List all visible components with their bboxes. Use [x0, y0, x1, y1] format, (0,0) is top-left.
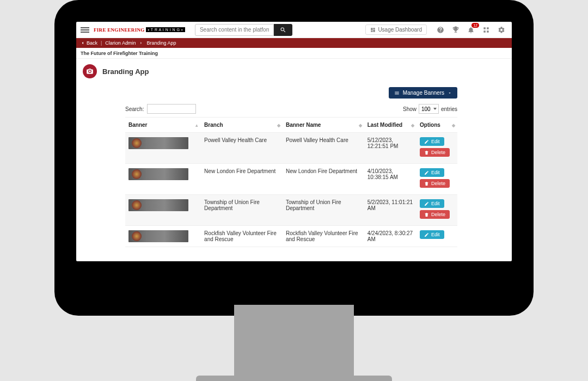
help-icon[interactable]	[437, 26, 444, 34]
page-title-row: Branding App	[76, 59, 512, 84]
cell-last-modified: 4/10/2023, 10:38:15 AM	[364, 164, 416, 195]
banner-thumbnail[interactable]	[128, 137, 188, 149]
notification-badge: 12	[471, 23, 479, 28]
edit-icon	[424, 139, 429, 144]
edit-icon	[424, 170, 429, 175]
edit-button[interactable]: Edit	[420, 199, 444, 208]
monitor-stand-neck	[234, 305, 354, 381]
edit-button[interactable]: Edit	[420, 168, 444, 177]
dashboard-icon	[370, 27, 376, 33]
app-screen: FIRE ENGINEERING • T R A I N I N G • Usa…	[76, 22, 512, 261]
global-search	[195, 24, 292, 36]
list-icon	[394, 90, 400, 96]
trash-icon	[424, 181, 429, 186]
col-header-options: Options◆	[416, 118, 457, 133]
chevron-down-icon	[448, 91, 452, 95]
search-icon	[280, 27, 286, 33]
search-button[interactable]	[274, 24, 292, 36]
entries-select[interactable]: 100	[419, 104, 439, 114]
usage-dashboard-button[interactable]: Usage Dashboard	[365, 24, 427, 35]
filters-row: Search: Show 100 entries	[125, 104, 457, 114]
breadcrumb-back[interactable]: Back	[81, 40, 97, 46]
col-header-last-modified[interactable]: Last Modified◆	[364, 118, 416, 133]
cell-last-modified: 5/12/2023, 12:21:51 PM	[364, 133, 416, 164]
brand-logo[interactable]: FIRE ENGINEERING • T R A I N I N G •	[94, 27, 185, 33]
delete-button[interactable]: Delete	[420, 179, 450, 188]
cell-branch: Rockfish Valley Volunteer Fire and Rescu…	[201, 226, 283, 247]
cell-options: EditDelete	[416, 133, 457, 164]
cell-branch: Powell Valley Health Care	[201, 133, 283, 164]
cell-banner-name: Rockfish Valley Volunteer Fire and Rescu…	[283, 226, 364, 247]
edit-button[interactable]: Edit	[420, 137, 444, 146]
apps-icon[interactable]	[482, 26, 490, 34]
table-row: Township of Union Fire DepartmentTownshi…	[125, 195, 457, 226]
subheader-text: The Future of Firefighter Training	[81, 51, 158, 56]
col-header-branch[interactable]: Branch◆	[201, 118, 283, 133]
trash-icon	[424, 150, 429, 155]
delete-button[interactable]: Delete	[420, 148, 450, 157]
content-area: Manage Banners Search: Show 100 ent	[76, 84, 512, 247]
edit-button[interactable]: Edit	[420, 230, 444, 239]
cell-banner-name: Powell Valley Health Care	[283, 133, 364, 164]
edit-icon	[424, 201, 429, 206]
trash-icon	[424, 212, 429, 217]
cell-branch: New London Fire Department	[201, 164, 283, 195]
table-search-label: Search:	[125, 106, 144, 112]
cell-last-modified: 5/2/2023, 11:01:21 AM	[364, 195, 416, 226]
topbar: FIRE ENGINEERING • T R A I N I N G • Usa…	[76, 22, 512, 38]
subheader: The Future of Firefighter Training	[76, 48, 512, 59]
cell-last-modified: 4/24/2023, 8:30:27 AM	[364, 226, 416, 247]
brand-logo-tag: • T R A I N I N G •	[146, 27, 185, 32]
cell-banner-name: New London Fire Department	[283, 164, 364, 195]
table-row: Rockfish Valley Volunteer Fire and Rescu…	[125, 226, 457, 247]
col-header-banner[interactable]: Banner▲	[125, 118, 201, 133]
banner-thumbnail[interactable]	[128, 168, 188, 180]
delete-button[interactable]: Delete	[420, 210, 450, 219]
table-row: New London Fire DepartmentNew London Fir…	[125, 164, 457, 195]
breadcrumb-item[interactable]: Clarion Admin	[105, 40, 136, 46]
cell-options: EditDelete	[416, 195, 457, 226]
gear-icon[interactable]	[498, 26, 505, 34]
page-title: Branding App	[102, 67, 149, 76]
entries-label: entries	[441, 106, 457, 112]
search-input[interactable]	[195, 24, 274, 36]
banner-thumbnail[interactable]	[128, 199, 188, 211]
trophy-icon[interactable]	[452, 26, 460, 34]
brand-logo-main: FIRE ENGINEERING	[94, 27, 145, 33]
manage-banners-button[interactable]: Manage Banners	[389, 87, 457, 99]
cell-branch: Township of Union Fire Department	[201, 195, 283, 226]
topbar-icons: 12	[437, 26, 505, 34]
bell-icon[interactable]: 12	[467, 26, 475, 34]
banners-table: Banner▲ Branch◆ Banner Name◆ Last Modifi…	[125, 117, 457, 247]
breadcrumb-item[interactable]: Branding App	[146, 40, 176, 46]
cell-options: Edit	[416, 226, 457, 247]
toolbar-row: Manage Banners	[125, 87, 457, 99]
edit-icon	[424, 232, 429, 237]
show-label: Show	[403, 106, 416, 112]
table-row: Powell Valley Health CarePowell Valley H…	[125, 133, 457, 164]
monitor-frame: FIRE ENGINEERING • T R A I N I N G • Usa…	[54, 0, 534, 316]
breadcrumb-back-label: Back	[87, 40, 97, 46]
col-header-banner-name[interactable]: Banner Name◆	[283, 118, 364, 133]
chevron-left-icon	[81, 41, 85, 45]
cell-options: EditDelete	[416, 164, 457, 195]
manage-banners-label: Manage Banners	[403, 90, 444, 96]
cell-banner-name: Township of Union Fire Department	[283, 195, 364, 226]
table-search-input[interactable]	[147, 104, 196, 114]
usage-dashboard-label: Usage Dashboard	[378, 27, 422, 33]
breadcrumb-bar: Back | Clarion Admin Branding App	[76, 38, 512, 48]
banner-thumbnail[interactable]	[128, 230, 188, 242]
monitor-stand-base	[196, 376, 392, 381]
chevron-right-icon	[139, 41, 143, 45]
camera-icon	[83, 64, 97, 78]
hamburger-menu-icon[interactable]	[81, 26, 89, 34]
